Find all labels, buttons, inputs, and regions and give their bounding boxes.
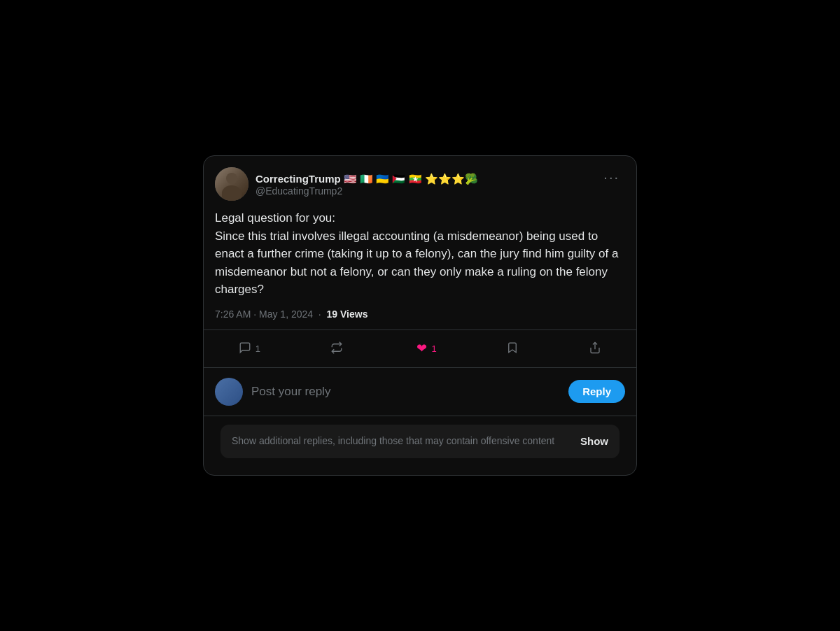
tweet-card: CorrectingTrump 🇺🇸 🇮🇪 🇺🇦 🇵🇸 🇲🇲 ⭐⭐⭐🥦 @Edu… <box>203 155 637 475</box>
reply-count: 1 <box>255 343 260 354</box>
reply-button[interactable]: Reply <box>568 380 625 403</box>
avatar-image <box>215 167 248 201</box>
views-count: 19 Views <box>327 309 368 320</box>
like-action[interactable]: ❤ 1 <box>410 338 443 359</box>
reply-bar: Post your reply Reply <box>204 368 636 416</box>
retweet-icon <box>330 341 343 356</box>
additional-replies-box: Show additional replies, including those… <box>220 425 620 458</box>
reply-avatar <box>215 378 243 406</box>
like-icon: ❤ <box>416 342 427 355</box>
tweet-meta: 7:26 AM · May 1, 2024 · 19 Views <box>215 309 625 320</box>
show-replies-button[interactable]: Show <box>580 435 608 447</box>
tweet-text: Legal question for you: Since this trial… <box>215 209 625 299</box>
additional-replies-text: Show additional replies, including those… <box>232 434 569 448</box>
timestamp: 7:26 AM · May 1, 2024 <box>215 309 313 320</box>
reply-input-placeholder[interactable]: Post your reply <box>251 385 560 399</box>
bookmark-action[interactable] <box>499 337 526 360</box>
display-name: CorrectingTrump 🇺🇸 🇮🇪 🇺🇦 🇵🇸 🇲🇲 ⭐⭐⭐🥦 <box>255 172 478 186</box>
like-count: 1 <box>431 343 436 354</box>
reply-action[interactable]: 1 <box>232 337 267 360</box>
avatar[interactable] <box>215 167 248 201</box>
tweet-header-left: CorrectingTrump 🇺🇸 🇮🇪 🇺🇦 🇵🇸 🇲🇲 ⭐⭐⭐🥦 @Edu… <box>215 167 478 201</box>
tweet-header: CorrectingTrump 🇺🇸 🇮🇪 🇺🇦 🇵🇸 🇲🇲 ⭐⭐⭐🥦 @Edu… <box>215 167 625 201</box>
user-info: CorrectingTrump 🇺🇸 🇮🇪 🇺🇦 🇵🇸 🇲🇲 ⭐⭐⭐🥦 @Edu… <box>255 172 478 197</box>
tweet-main: CorrectingTrump 🇺🇸 🇮🇪 🇺🇦 🇵🇸 🇲🇲 ⭐⭐⭐🥦 @Edu… <box>204 156 636 320</box>
share-icon <box>589 341 601 356</box>
more-options-button[interactable]: ··· <box>598 167 625 187</box>
retweet-action[interactable] <box>323 337 354 360</box>
user-handle: @EducatingTrump2 <box>255 185 478 197</box>
reply-icon <box>239 341 251 356</box>
actions-row: 1 ❤ 1 <box>204 330 636 367</box>
share-action[interactable] <box>582 337 608 360</box>
bookmark-icon <box>506 341 519 356</box>
